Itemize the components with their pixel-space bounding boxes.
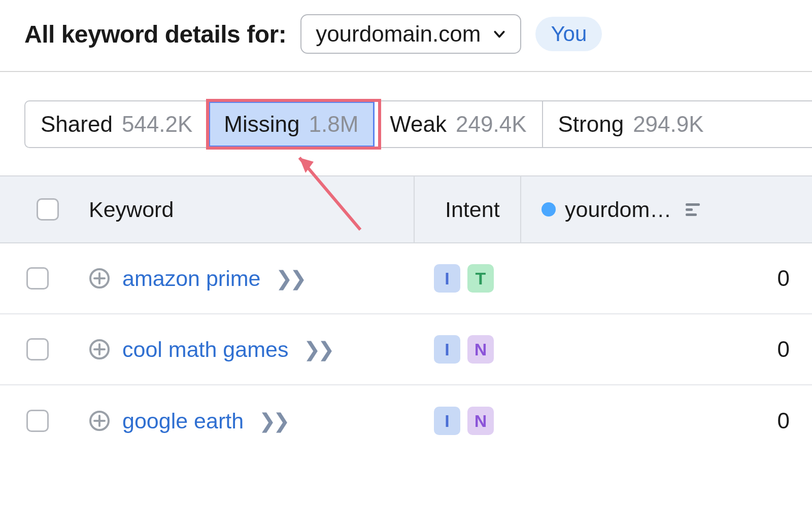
column-header-intent[interactable]: Intent [414,176,520,242]
intent-badge-navigational: N [467,407,494,435]
intent-badge-informational: I [434,264,460,293]
svg-rect-4 [686,213,697,216]
chevron-right-icon: ❯❯ [276,267,304,290]
tab-count: 294.9K [633,112,703,137]
svg-rect-2 [686,203,700,206]
tab-strong[interactable]: Strong 294.9K [543,101,719,147]
add-keyword-icon[interactable] [89,339,110,360]
keyword-table: Keyword Intent yourdom… amazon prime ❯❯ [0,175,812,456]
intent-badge-informational: I [434,335,460,364]
tab-label: Strong [558,112,624,137]
domain-value: 0 [520,337,812,362]
you-pill[interactable]: You [535,17,602,51]
tab-label: Shared [41,112,113,137]
column-header-domain[interactable]: yourdom… [520,176,812,242]
intent-badge-transactional: T [467,264,494,293]
add-keyword-icon[interactable] [89,268,110,289]
tab-count: 249.4K [456,112,526,137]
intent-cell: I T [414,264,520,293]
keyword-link[interactable]: google earth [122,409,244,434]
tab-bar: Shared 544.2K Missing 1.8M Weak 249.4K S… [24,100,812,148]
row-checkbox[interactable] [26,410,49,432]
tab-count: 544.2K [122,112,192,137]
svg-marker-1 [299,158,314,173]
intent-cell: I N [414,407,520,435]
tab-label: Missing [224,112,299,137]
domain-selector-value: yourdomain.com [316,21,481,47]
intent-badge-navigational: N [467,335,494,364]
column-header-keyword[interactable]: Keyword [69,197,414,222]
keyword-link[interactable]: cool math games [122,337,288,362]
page-header: All keyword details for: yourdomain.com … [0,0,812,72]
chevron-right-icon: ❯❯ [259,409,287,432]
page-title: All keyword details for: [24,20,286,48]
table-row: google earth ❯❯ I N 0 [0,385,812,456]
domain-dot-icon [542,202,556,217]
table-row: cool math games ❯❯ I N 0 [0,314,812,385]
tab-weak[interactable]: Weak 249.4K [375,101,543,147]
select-all-checkbox[interactable] [37,198,59,221]
row-checkbox[interactable] [26,267,49,290]
svg-rect-3 [686,208,693,211]
tab-shared[interactable]: Shared 544.2K [25,101,209,147]
column-header-domain-label: yourdom… [565,197,671,222]
chevron-down-icon [493,27,506,41]
tab-missing[interactable]: Missing 1.8M [209,101,375,147]
domain-value: 0 [520,266,812,291]
table-row: amazon prime ❯❯ I T 0 [0,243,812,314]
tab-label: Weak [390,112,447,137]
sort-bars-icon [686,202,702,217]
intent-badge-informational: I [434,407,460,435]
row-checkbox[interactable] [26,338,49,360]
domain-value: 0 [520,408,812,434]
add-keyword-icon[interactable] [89,410,110,431]
tab-count: 1.8M [309,112,359,137]
chevron-right-icon: ❯❯ [303,338,332,361]
intent-cell: I N [414,335,520,364]
domain-selector[interactable]: yourdomain.com [300,14,521,54]
keyword-link[interactable]: amazon prime [122,266,260,291]
table-header-row: Keyword Intent yourdom… [0,175,812,243]
